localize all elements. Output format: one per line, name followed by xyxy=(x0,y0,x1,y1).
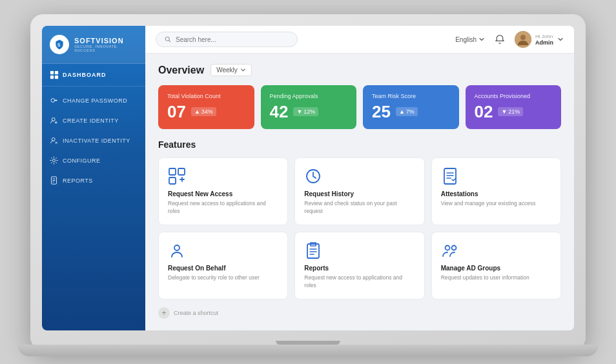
search-icon xyxy=(164,35,172,43)
stat-card-approvals[interactable]: Pending Approvals 42 ▼ 12% xyxy=(261,85,357,129)
avatar xyxy=(515,31,531,48)
grid-plus-icon xyxy=(168,167,186,185)
notification-button[interactable] xyxy=(491,31,508,48)
svg-point-18 xyxy=(174,245,180,250)
search-input[interactable] xyxy=(176,36,289,43)
file-icon xyxy=(50,176,58,185)
feature-attestations[interactable]: Attestations View and manage your existi… xyxy=(431,157,561,225)
logo-icon: S xyxy=(50,35,69,54)
svg-point-8 xyxy=(52,159,55,161)
svg-point-20 xyxy=(445,245,449,250)
overview-header: Overview Weekly xyxy=(158,64,561,76)
feature-manage-ad[interactable]: Manage AD Groups Request updates to user… xyxy=(431,232,561,299)
stat-change-violation: ▲ 34% xyxy=(191,107,216,116)
svg-rect-17 xyxy=(444,168,456,184)
sidebar-item-reports[interactable]: REPORTS xyxy=(42,170,145,190)
clipboard-icon xyxy=(304,241,322,259)
shortcut-label: Create a shortcut xyxy=(174,310,218,316)
search-box[interactable] xyxy=(156,32,298,47)
user-profile[interactable]: Hi John Admin xyxy=(515,31,564,48)
sidebar-item-configure[interactable]: CONFIGURE xyxy=(42,150,145,170)
clock-icon xyxy=(304,167,322,185)
svg-rect-14 xyxy=(178,168,185,175)
svg-point-12 xyxy=(520,35,526,40)
doc-check-icon xyxy=(441,167,459,185)
shield-user-icon xyxy=(168,241,186,259)
user-x-icon xyxy=(50,136,58,145)
dashboard-icon xyxy=(50,70,59,79)
svg-rect-3 xyxy=(50,76,54,79)
svg-rect-2 xyxy=(55,71,58,74)
svg-point-21 xyxy=(451,245,456,250)
gear-icon xyxy=(50,156,58,165)
overview-title: Overview xyxy=(158,65,204,76)
language-selector[interactable]: English xyxy=(455,36,485,43)
feature-request-behalf[interactable]: Request On Behalf Delegate to security r… xyxy=(158,232,288,299)
period-selector[interactable]: Weekly xyxy=(210,64,252,76)
sidebar-logo: S SOFTVISION SECURE. INNOVATE. SUCCESS xyxy=(42,26,145,64)
svg-rect-4 xyxy=(55,76,58,79)
sidebar: S SOFTVISION SECURE. INNOVATE. SUCCESS xyxy=(42,26,145,330)
plus-circle-icon: + xyxy=(158,307,170,319)
stat-cards: Total Violation Count 07 ▲ 34% xyxy=(158,85,561,129)
svg-point-6 xyxy=(52,117,55,121)
user-plus-icon xyxy=(50,116,58,125)
feature-reports[interactable]: Reports Request new access to applicatio… xyxy=(294,232,424,299)
sidebar-item-inactivate-identity[interactable]: INACTIVATE IDENTITY xyxy=(42,130,145,150)
sidebar-item-create-identity[interactable]: CREATE IDENTITY xyxy=(42,110,145,130)
period-chevron-icon xyxy=(240,67,246,73)
sidebar-item-change-password[interactable]: CHANGE PASSWORD xyxy=(42,90,145,110)
create-shortcut-row[interactable]: + Create a shortcut xyxy=(158,307,561,319)
main-content: English xyxy=(145,26,574,330)
stat-card-provisioned[interactable]: Accounts Provisioned 02 ▼ 21% xyxy=(466,85,562,129)
svg-rect-15 xyxy=(169,177,176,184)
sidebar-dashboard[interactable]: DASHBOARD xyxy=(42,64,145,86)
sidebar-menu: CHANGE PASSWORD CREATE IDENTITY xyxy=(42,86,145,190)
stat-card-violation[interactable]: Total Violation Count 07 ▲ 34% xyxy=(158,85,254,129)
stat-change-provisioned: ▼ 21% xyxy=(498,107,523,116)
stat-card-risk[interactable]: Team Risk Score 25 ▲ 7% xyxy=(363,85,459,129)
svg-point-7 xyxy=(52,137,55,141)
page-content: Overview Weekly Total Violatio xyxy=(145,54,574,330)
svg-text:S: S xyxy=(57,42,61,48)
user-text: Hi John Admin xyxy=(535,34,553,46)
topbar-right: English xyxy=(455,31,564,48)
features-title: Features xyxy=(158,139,561,150)
user-chevron-icon xyxy=(557,36,564,43)
svg-rect-13 xyxy=(169,168,176,175)
topbar: English xyxy=(145,26,574,54)
logo-text: SOFTVISION SECURE. INNOVATE. SUCCESS xyxy=(74,37,138,52)
feature-request-history[interactable]: Request History Review and check status … xyxy=(294,157,424,225)
svg-rect-1 xyxy=(50,71,54,74)
chevron-down-icon xyxy=(478,36,485,43)
bell-icon xyxy=(495,34,505,45)
users-icon xyxy=(441,241,459,259)
features-grid: Request New Access Request new access to… xyxy=(158,157,561,299)
stat-change-risk: ▲ 7% xyxy=(396,107,418,116)
key-icon xyxy=(50,96,58,105)
feature-request-access[interactable]: Request New Access Request new access to… xyxy=(158,157,288,225)
stat-change-approvals: ▼ 12% xyxy=(293,107,318,116)
avatar-image xyxy=(515,31,531,48)
